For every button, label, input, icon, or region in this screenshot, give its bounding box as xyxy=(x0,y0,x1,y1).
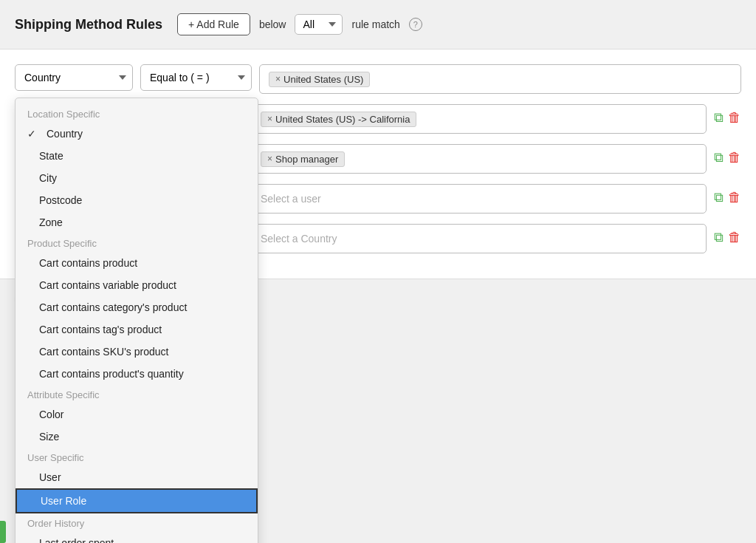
action-icons-5: ⧉ 🗑 xyxy=(714,224,741,245)
delete-icon-2[interactable]: 🗑 xyxy=(728,110,741,126)
value-field-1[interactable]: × United States (US) xyxy=(259,64,741,94)
rule-type-select-1[interactable]: Country State City Postcode Zone xyxy=(15,64,133,91)
tag-remove-icon-2[interactable]: × xyxy=(267,114,272,124)
page-title: Shipping Method Rules xyxy=(15,17,162,33)
action-icons-4: ⧉ 🗑 xyxy=(714,184,741,205)
delete-icon-5[interactable]: 🗑 xyxy=(728,230,741,245)
dropdown-item-state[interactable]: State xyxy=(16,145,258,167)
dropdown-item-cart-tag[interactable]: Cart contains tag's product xyxy=(16,318,258,341)
tag-us: × United States (US) xyxy=(269,72,370,87)
rule-match-label: rule match xyxy=(351,18,399,30)
value-field-2[interactable]: × United States (US) -> California xyxy=(251,104,707,134)
rule-type-dropdown: Location Specific ✓ Country State City P… xyxy=(15,98,258,543)
dropdown-item-size[interactable]: Size xyxy=(16,426,258,448)
tag-remove-icon[interactable]: × xyxy=(275,74,281,84)
dropdown-item-last-order[interactable]: Last order spent xyxy=(16,532,258,543)
check-icon: ✓ xyxy=(27,128,36,140)
dropdown-item-zone[interactable]: Zone xyxy=(16,211,258,233)
below-label: below xyxy=(259,18,286,30)
tag-california: × United States (US) -> California xyxy=(261,112,416,127)
action-icons-2: ⧉ 🗑 xyxy=(714,104,741,126)
group-label-attribute: Attribute Specific xyxy=(16,385,258,403)
dropdown-item-color[interactable]: Color xyxy=(16,403,258,426)
dropdown-item-cart-product[interactable]: Cart contains product xyxy=(16,252,258,274)
value-field-5[interactable]: Select a Country xyxy=(251,224,707,253)
copy-icon-2[interactable]: ⧉ xyxy=(714,110,724,126)
page-wrapper: Shipping Method Rules + Add Rule below A… xyxy=(0,0,756,543)
add-rule-button[interactable]: + Add Rule xyxy=(177,13,250,35)
value-field-4[interactable]: Select a user xyxy=(251,184,707,214)
rule-match-help-icon[interactable]: ? xyxy=(409,18,422,31)
operator-select-1[interactable]: Equal to ( = ) Not equal to ( != ) xyxy=(140,64,252,91)
dropdown-item-country[interactable]: ✓ Country xyxy=(16,123,258,145)
dropdown-item-cart-quantity[interactable]: Cart contains product's quantity xyxy=(16,363,258,385)
header: Shipping Method Rules + Add Rule below A… xyxy=(0,0,756,49)
delete-icon-3[interactable]: 🗑 xyxy=(728,150,741,165)
dropdown-item-cart-category[interactable]: Cart contains category's product xyxy=(16,296,258,318)
tag-remove-icon-3[interactable]: × xyxy=(267,154,272,164)
dropdown-item-user[interactable]: User xyxy=(16,466,258,488)
dropdown-item-user-role[interactable]: User Role xyxy=(16,488,258,513)
group-label-location: Location Specific xyxy=(16,104,258,123)
dropdown-item-cart-variable[interactable]: Cart contains variable product xyxy=(16,274,258,296)
dropdown-item-postcode[interactable]: Postcode xyxy=(16,189,258,211)
placeholder-select-user: Select a user xyxy=(261,193,321,205)
delete-icon-4[interactable]: 🗑 xyxy=(728,190,741,205)
dropdown-item-cart-sku[interactable]: Cart contains SKU's product xyxy=(16,341,258,363)
group-label-user: User Specific xyxy=(16,448,258,466)
value-field-3[interactable]: × Shop manager xyxy=(251,144,707,174)
group-label-order: Order History xyxy=(16,513,258,532)
placeholder-select-country: Select a Country xyxy=(261,233,337,245)
action-icons-3: ⧉ 🗑 xyxy=(714,144,741,165)
match-select[interactable]: All Any xyxy=(295,14,343,35)
copy-icon-3[interactable]: ⧉ xyxy=(714,150,724,165)
rule-row-1: Country State City Postcode Zone Locatio… xyxy=(15,64,741,94)
copy-icon-4[interactable]: ⧉ xyxy=(714,190,724,205)
group-label-product: Product Specific xyxy=(16,233,258,252)
dropdown-item-city[interactable]: City xyxy=(16,167,258,189)
green-bar xyxy=(0,521,6,543)
main-content: Country State City Postcode Zone Locatio… xyxy=(0,49,756,279)
copy-icon-5[interactable]: ⧉ xyxy=(714,230,724,245)
tag-shop-manager: × Shop manager xyxy=(261,151,345,167)
